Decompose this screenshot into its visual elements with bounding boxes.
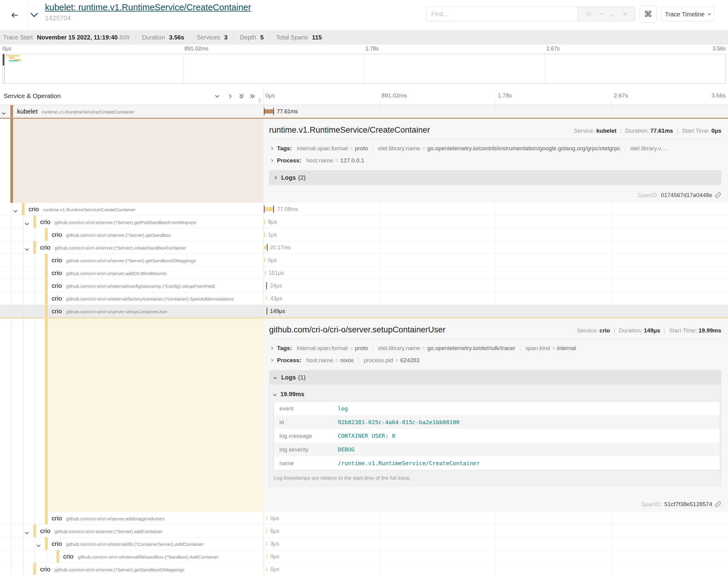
span-duration-bar[interactable] <box>266 542 267 546</box>
service-name: criogithub.com/cri-o/cri-o/internal/conf… <box>52 279 215 292</box>
chevron-down-icon[interactable] <box>26 246 28 251</box>
log-marker-tick <box>264 108 265 115</box>
span-timeline-cell: 3μs <box>264 537 728 550</box>
clear-search-icon[interactable]: ✕ <box>622 11 627 17</box>
span-timeline-cell: 24μs <box>264 279 728 292</box>
span-duration-bar[interactable] <box>264 233 265 237</box>
minimap-tick: 1.78s <box>365 45 379 52</box>
span-name-cell: criogithub.com/cri-o/cri-o/server.(*Serv… <box>0 215 264 228</box>
span-duration-bar[interactable] <box>266 296 267 301</box>
chevron-down-icon[interactable] <box>14 208 17 213</box>
minimap-span-strip <box>9 57 14 59</box>
chevron-down-icon <box>708 12 711 15</box>
service-name: criogithub.com/cri-o/cri-o/server.(*Serv… <box>40 563 184 575</box>
collapse-all-icon[interactable] <box>237 93 245 100</box>
span-duration-bar[interactable] <box>264 109 274 113</box>
column-resizer-handle[interactable] <box>259 98 261 103</box>
span-row[interactable]: criogithub.com/cri-o/cri-o/internal/lib/… <box>0 550 728 563</box>
span-duration-label: 20.17ms <box>270 241 291 254</box>
expand-one-icon[interactable] <box>226 93 234 100</box>
span-row[interactable]: criogithub.com/cri-o/cri-o/internal/fact… <box>0 292 728 305</box>
minimap-tick: 0μs <box>2 45 11 52</box>
span-row[interactable]: criogithub.com/cri-o/cri-o/internal/lib.… <box>0 537 728 550</box>
span-detail-indent <box>0 318 264 512</box>
ruler-tick-label: 0μs <box>265 92 275 99</box>
operation-name: github.com/cri-o/cri-o/internal/config/s… <box>66 283 215 289</box>
minimap-drag-handle[interactable] <box>3 54 4 66</box>
tags-row[interactable]: Tags: internal.span.format=proto otel.li… <box>269 142 721 155</box>
service-color-bar <box>45 305 48 317</box>
span-duration-bar[interactable] <box>266 554 267 559</box>
trace-title-link[interactable]: kubelet: runtime.v1.RuntimeService/Creat… <box>45 2 251 12</box>
ruler-tick-label: 1.78s <box>498 92 512 99</box>
expand-all-icon[interactable] <box>249 93 256 100</box>
chevron-down-icon[interactable] <box>2 110 5 115</box>
tags-row[interactable]: Tags: internal.span.format=proto otel.li… <box>269 342 721 354</box>
logs-accordion[interactable]: Logs(1) <box>269 370 721 385</box>
span-row[interactable]: kubeletruntime.v1.RuntimeService/CreateC… <box>0 105 728 118</box>
span-duration-bar[interactable] <box>264 220 265 224</box>
collapse-one-icon[interactable] <box>213 93 221 100</box>
span-duration-label: 24μs <box>270 279 282 292</box>
focus-target-icon[interactable] <box>585 11 592 17</box>
span-name-cell: crioruntime.v1.RuntimeService/CreateCont… <box>0 203 264 215</box>
span-duration-bar[interactable] <box>266 529 267 533</box>
process-row[interactable]: Process: host.name=nixos process.pid=624… <box>269 354 721 366</box>
span-id-value: 0174567d17a0448e <box>661 192 712 199</box>
operation-name: github.com/cri-o/cri-o/server.(*Server).… <box>55 567 184 572</box>
chevron-right-icon <box>270 159 273 162</box>
minimap-canvas[interactable] <box>2 54 726 83</box>
span-timeline-cell: 0μs <box>264 512 728 524</box>
keyboard-shortcuts-button[interactable]: ⌘ <box>640 6 657 23</box>
trace-timeline-page: kubelet: runtime.v1.RuntimeService/Creat… <box>0 0 728 575</box>
log-entry-header[interactable]: 19.99ms <box>274 388 716 401</box>
span-duration-bar[interactable] <box>264 207 274 211</box>
copy-link-icon[interactable] <box>715 501 721 508</box>
span-duration-bar[interactable] <box>266 516 267 520</box>
collapse-trace-chevron[interactable] <box>32 11 37 17</box>
find-input[interactable] <box>426 7 578 21</box>
span-duration-bar[interactable] <box>266 567 267 571</box>
span-id-row: SpanID: 0174567d17a0448e <box>269 188 721 199</box>
span-row[interactable]: criogithub.com/cri-o/cri-o/server.(*Serv… <box>0 228 728 241</box>
span-duration-bar[interactable] <box>264 245 267 249</box>
service-name: criogithub.com/cri-o/cri-o/server.(*Serv… <box>52 228 171 241</box>
span-name-cell: criogithub.com/cri-o/cri-o/internal/lib/… <box>0 550 264 563</box>
back-button[interactable] <box>0 0 29 30</box>
span-timeline-cell: 77.08ms <box>264 203 728 215</box>
service-name: criogithub.com/cri-o/cri-o/server.setupC… <box>52 305 167 317</box>
prev-result-icon[interactable] <box>600 11 603 17</box>
span-row[interactable]: criogithub.com/cri-o/cri-o/server.addIma… <box>0 512 728 525</box>
logs-accordion[interactable]: Logs(2) <box>269 170 721 185</box>
duration-label: Duration <box>142 34 166 41</box>
view-selector-button[interactable]: Trace Timeline <box>661 7 714 22</box>
span-name-cell: criogithub.com/cri-o/cri-o/server.(*Serv… <box>0 563 264 575</box>
span-duration-label: 77.08ms <box>277 203 298 215</box>
span-row[interactable]: criogithub.com/cri-o/cri-o/server.(*Serv… <box>0 215 728 228</box>
operation-name: github.com/cri-o/cri-o/server.(*Server).… <box>66 233 171 238</box>
span-duration-bar[interactable] <box>264 258 265 262</box>
span-duration-bar[interactable] <box>265 271 266 275</box>
minimap-ruler: 0μs 891.02ms 1.78s 2.67s 3.56s <box>0 44 728 54</box>
chevron-down-icon[interactable] <box>26 221 28 226</box>
service-color-bar <box>45 512 48 524</box>
copy-link-icon[interactable] <box>715 192 721 199</box>
span-row[interactable]: criogithub.com/cri-o/cri-o/server.(*Serv… <box>0 525 728 537</box>
chevron-down-icon[interactable] <box>26 530 28 535</box>
chevron-down-icon[interactable] <box>37 542 40 548</box>
ruler-tick-label: 3.56s <box>712 92 726 99</box>
span-row[interactable]: criogithub.com/cri-o/cri-o/server.(*Serv… <box>0 241 728 254</box>
span-row[interactable]: criogithub.com/cri-o/cri-o/internal/conf… <box>0 279 728 292</box>
span-id-value: 51cf7f38e5128574 <box>664 501 712 508</box>
span-row[interactable]: criogithub.com/cri-o/cri-o/server.setupC… <box>0 305 728 317</box>
service-name: criogithub.com/cri-o/cri-o/internal/lib.… <box>52 537 203 550</box>
minimap-scrubber-line <box>4 54 5 83</box>
span-row[interactable]: criogithub.com/cri-o/cri-o/server.addOCI… <box>0 267 728 279</box>
log-field-row: log.messageCONTAINER USER: 0 <box>274 429 720 443</box>
next-result-icon[interactable] <box>611 11 614 17</box>
find-controls: ✕ <box>578 7 635 21</box>
span-row[interactable]: crioruntime.v1.RuntimeService/CreateCont… <box>0 203 728 215</box>
span-row[interactable]: criogithub.com/cri-o/cri-o/server.(*Serv… <box>0 254 728 267</box>
span-row[interactable]: criogithub.com/cri-o/cri-o/server.(*Serv… <box>0 563 728 575</box>
process-row[interactable]: Process: host.name=127.0.0.1 <box>269 155 721 167</box>
